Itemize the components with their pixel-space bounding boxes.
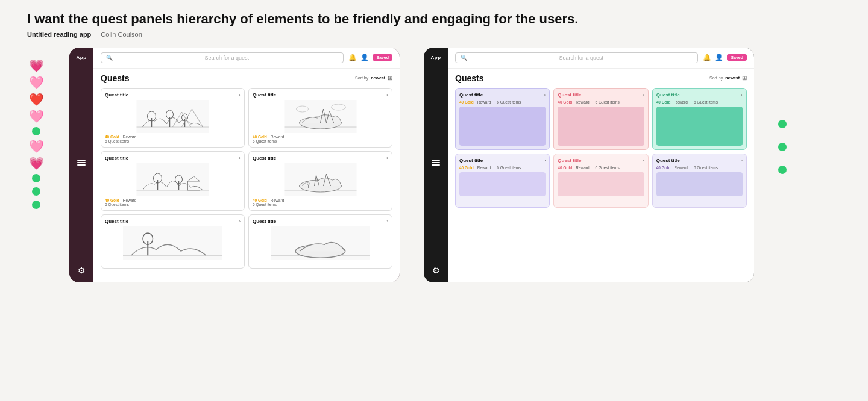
quest-card-3[interactable]: Quest title ›: [101, 151, 245, 211]
quest-card-6-title: Quest title: [253, 219, 276, 224]
main-content: 💗 🩷 ❤️ 🩷 🩷 💗 App ⚙: [0, 42, 868, 282]
page-title: I want the quest panels hierarchy of ele…: [27, 11, 841, 28]
page-meta: Untitled reading app Colin Coulson: [27, 31, 841, 38]
right-dot-1: [778, 120, 787, 128]
heart-icon-5: 🩷: [29, 140, 44, 152]
heart-icon-3: ❤️: [29, 93, 44, 105]
left-user-icon[interactable]: 👤: [360, 54, 369, 61]
right-quest-title: Quests: [455, 73, 483, 83]
left-sidebar-app-label: App: [76, 55, 86, 60]
quest-card-2[interactable]: Quest title ›: [248, 88, 392, 148]
right-card-4-image: [459, 172, 546, 196]
right-quest-grid: Quest title › 40 Gold Reward 6 Guest ite…: [455, 88, 747, 208]
quest-card-1-image: [105, 100, 241, 133]
heart-icon-1: 💗: [29, 60, 44, 72]
right-tablet-frame: App ⚙ 🔍 Search for a quest 🔔 👤: [424, 48, 754, 282]
quest-card-5-image: [105, 226, 241, 260]
right-quest-card-1-rewards: 40 Gold Reward 6 Guest items: [459, 100, 546, 104]
quest-card-3-rewards: 40 Gold Reward 6 Quest items: [105, 198, 241, 207]
right-quest-card-6[interactable]: Quest title › 40 Gold Reward 6 Guest ite…: [652, 154, 747, 208]
right-quest-card-4-title: Quest title: [459, 158, 483, 163]
right-quest-card-6-rewards: 40 Gold Reward 6 Guest items: [656, 166, 743, 170]
left-quest-title: Quests: [101, 73, 129, 83]
quest-card-1-rewards: 40 Gold Reward 6 Quest items: [105, 135, 241, 143]
right-quest-card-5-rewards: 40 Gold Reward 6 Guest items: [558, 166, 644, 170]
right-quest-header: Quests Sort by newest ⊞: [455, 73, 747, 83]
right-quest-card-1[interactable]: Quest title › 40 Gold Reward 6 Guest ite…: [455, 88, 550, 150]
quest-card-2-rewards: 40 Gold Reward 6 Quest items: [253, 135, 388, 143]
quest-card-5[interactable]: Quest title ›: [101, 214, 245, 269]
heart-icon-4: 🩷: [29, 110, 44, 122]
svg-rect-25: [123, 226, 222, 260]
right-quest-card-2-title: Quest title: [558, 92, 581, 98]
devices-row: App ⚙ 🔍 Search for a quest 🔔 👤: [69, 48, 841, 282]
quest-card-5-title: Quest title: [105, 219, 128, 224]
left-search-bar[interactable]: 🔍 Search for a quest: [101, 52, 344, 63]
right-tablet-sidebar: App ⚙: [424, 48, 448, 282]
left-quest-area: Quests Sort by newest ⊞ Quest title: [93, 69, 400, 273]
right-screen-content: 🔍 Search for a quest 🔔 👤 Saved Quests S: [448, 48, 754, 282]
left-screen-content: 🔍 Search for a quest 🔔 👤 Saved Quests S: [93, 48, 400, 282]
right-quest-card-5[interactable]: Quest title › 40 Gold Reward 6 Guest ite…: [553, 154, 648, 208]
left-side-indicators: 💗 🩷 ❤️ 🩷 🩷 💗: [27, 48, 45, 282]
right-quest-card-6-title: Quest title: [656, 158, 680, 163]
right-card-6-image: [656, 172, 743, 196]
green-dot-2: [32, 174, 40, 182]
right-quest-card-2-rewards: 40 Gold Reward 6 Guest items: [558, 100, 644, 104]
quest-card-6[interactable]: Quest title ›: [248, 214, 392, 269]
heart-icon-6: 💗: [29, 157, 44, 169]
right-quest-card-4-rewards: 40 Gold Reward 6 Guest items: [459, 166, 546, 170]
left-sort-value[interactable]: newest: [371, 76, 385, 80]
right-quest-card-2[interactable]: Quest title › 40 Gold Reward 6 Guest ite…: [553, 88, 648, 150]
right-quest-card-3[interactable]: Quest title › 40 Gold Reward 6 Guest ite…: [652, 88, 747, 150]
quest-card-1-title: Quest title: [105, 92, 128, 98]
quest-card-2-image: [253, 100, 388, 133]
left-sidebar-menu-icon[interactable]: [77, 160, 86, 166]
right-card-1-image: [459, 107, 546, 146]
left-quest-header: Quests Sort by newest ⊞: [101, 73, 392, 83]
quest-card-4-rewards: 40 Gold Reward 6 Quest items: [253, 198, 388, 207]
right-sidebar-gear-icon[interactable]: ⚙: [432, 266, 440, 275]
right-search-bar[interactable]: 🔍 Search for a quest: [455, 52, 698, 63]
right-quest-card-5-title: Quest title: [558, 158, 581, 163]
right-dot-3: [778, 166, 787, 174]
right-sort-value[interactable]: newest: [725, 76, 740, 80]
green-dot-3: [32, 187, 40, 196]
left-saved-badge[interactable]: Saved: [373, 54, 392, 61]
green-dot-4: [32, 200, 40, 209]
quest-card-4[interactable]: Quest title ›: [248, 151, 392, 211]
quest-card-3-image: [105, 163, 241, 196]
left-topbar-icons: 🔔 👤 Saved: [348, 54, 392, 61]
app-name: Untitled reading app: [27, 31, 91, 38]
right-quest-area: Quests Sort by newest ⊞ Quest title: [448, 69, 754, 213]
right-filter-icon[interactable]: ⊞: [742, 75, 747, 81]
quest-card-6-image: [253, 226, 388, 260]
left-bell-icon[interactable]: 🔔: [348, 54, 357, 61]
right-sidebar-menu-icon[interactable]: [432, 160, 440, 166]
right-quest-card-3-title: Quest title: [656, 92, 680, 98]
right-search-placeholder: Search for a quest: [470, 55, 693, 61]
quest-card-1[interactable]: Quest title ›: [101, 88, 245, 148]
right-quest-card-3-rewards: 40 Gold Reward 6 Guest items: [656, 100, 743, 104]
right-side-indicators: [778, 48, 790, 282]
right-sort-row: Sort by newest ⊞: [709, 75, 747, 81]
right-dot-2: [778, 143, 787, 151]
right-quest-card-4[interactable]: Quest title › 40 Gold Reward 6 Guest ite…: [455, 154, 550, 208]
right-card-3-image: [656, 107, 743, 146]
quest-card-4-image: [253, 163, 388, 196]
left-search-placeholder: Search for a quest: [115, 55, 338, 61]
right-user-icon[interactable]: 👤: [715, 54, 723, 61]
right-saved-badge[interactable]: Saved: [727, 54, 747, 61]
quest-card-3-title: Quest title: [105, 155, 128, 161]
left-sidebar-gear-icon[interactable]: ⚙: [78, 266, 86, 275]
author-name: Colin Coulson: [101, 31, 142, 38]
right-sidebar-app-label: App: [430, 55, 441, 60]
right-card-2-image: [558, 107, 644, 146]
left-filter-icon[interactable]: ⊞: [388, 75, 392, 81]
right-card-5-image: [558, 172, 644, 196]
green-dot-1: [32, 127, 40, 135]
left-topbar: 🔍 Search for a quest 🔔 👤 Saved: [93, 48, 400, 69]
right-search-icon: 🔍: [461, 55, 467, 61]
right-quest-card-1-title: Quest title: [459, 92, 483, 98]
right-bell-icon[interactable]: 🔔: [703, 54, 711, 61]
